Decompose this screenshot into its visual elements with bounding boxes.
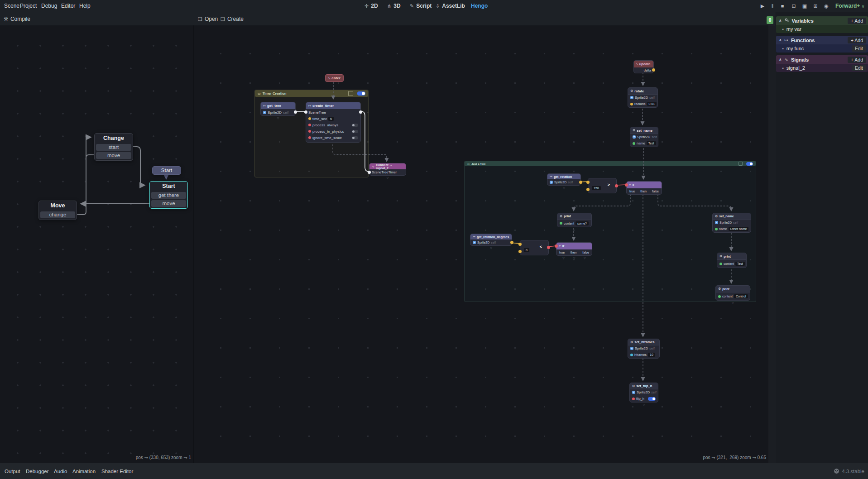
workspace-script[interactable]: ✎Script — [410, 0, 432, 12]
state-machine-canvas[interactable]: Change start move Start Start get there … — [0, 25, 193, 463]
edit-signal-button[interactable]: Edit — [852, 65, 866, 71]
bool-toggle[interactable] — [352, 124, 358, 127]
value-field[interactable]: Other name — [729, 227, 749, 231]
expand-icon[interactable]: ▽ — [643, 403, 645, 406]
bool-toggle[interactable] — [352, 136, 358, 139]
value-field[interactable]: 0 — [524, 248, 529, 252]
signal-item[interactable]: ▪ signal_2 Edit — [776, 64, 868, 72]
play-scene-button[interactable]: ▣ — [801, 0, 809, 12]
bool-pin[interactable] — [308, 124, 311, 126]
node-get-rotation[interactable]: ↦ get_rotation Sprite2D self ▽ — [547, 173, 581, 186]
add-signal-button[interactable]: + Add — [848, 57, 866, 63]
float-pin[interactable] — [308, 117, 311, 120]
output-pin[interactable] — [359, 110, 362, 114]
node-if-1[interactable]: Y IF true then false — [626, 181, 662, 195]
add-variable-button[interactable]: + Add — [848, 18, 866, 24]
branch-true-pin[interactable]: true — [559, 251, 565, 254]
function-item[interactable]: ▪ my func Edit — [776, 44, 868, 53]
workspace-assetlib[interactable]: ⇩AssetLib — [436, 0, 465, 12]
collapse-icon[interactable]: ∧ — [779, 38, 782, 42]
output-pin[interactable] — [547, 246, 550, 249]
node-update[interactable]: ϟ update delta — [633, 60, 654, 73]
tab-audio[interactable]: Audio — [54, 463, 67, 479]
output-pin[interactable] — [615, 184, 618, 187]
float-pin[interactable] — [630, 103, 633, 105]
collapse-icon[interactable]: ∧ — [779, 19, 782, 23]
expand-icon[interactable]: ▽ — [490, 246, 492, 249]
input-pin[interactable] — [625, 183, 628, 187]
value-field[interactable]: Test — [647, 141, 656, 145]
play-custom-scene-button[interactable]: ⊞ — [811, 0, 820, 12]
state-event-row[interactable]: move — [151, 200, 186, 207]
value-field[interactable]: Control — [734, 294, 748, 298]
collapse-icon[interactable]: ∧ — [779, 57, 782, 62]
input-pin[interactable] — [586, 181, 590, 184]
edit-function-button[interactable]: Edit — [852, 45, 866, 52]
play-button[interactable]: ▶ — [759, 0, 766, 12]
string-pin[interactable] — [718, 295, 721, 298]
expand-icon[interactable]: ▽ — [277, 116, 279, 120]
value-field[interactable]: 150 — [592, 186, 601, 190]
tab-debugger[interactable]: Debugger — [26, 463, 49, 479]
signals-header[interactable]: ∧ ∿ Signals + Add — [776, 55, 868, 64]
node-create-timer[interactable]: ↦ create_timer SceneTree time_sec 5 proc… — [306, 102, 361, 143]
remote-debug-button[interactable]: ⊡ — [790, 0, 798, 12]
menu-help[interactable]: Help — [75, 0, 95, 12]
node-set-name-2[interactable]: ⚙ set_name Sprite2D self name Other name — [712, 213, 751, 233]
string-pin[interactable] — [633, 142, 635, 145]
value-field[interactable]: some? — [575, 221, 589, 225]
tab-animation[interactable]: Animation — [72, 463, 96, 479]
node-set-name[interactable]: ⚙ set_name Sprite2D self name Test — [630, 127, 658, 147]
workspace-3d[interactable]: ⋔3D — [387, 0, 401, 12]
add-function-button[interactable]: + Add — [848, 37, 866, 43]
open-button[interactable]: ❏Open — [198, 12, 218, 26]
node-print-3[interactable]: ⚙ print content Control ▽ — [715, 285, 750, 301]
output-pin[interactable] — [294, 110, 297, 114]
branch-then-pin[interactable]: then — [640, 190, 647, 193]
state-node-change[interactable]: Change start move — [94, 133, 133, 161]
string-pin[interactable] — [560, 222, 562, 225]
int-pin[interactable] — [630, 354, 633, 356]
tab-shader-editor[interactable]: Shader Editor — [101, 463, 133, 479]
input-pin[interactable] — [518, 250, 522, 253]
bool-toggle[interactable] — [352, 130, 358, 133]
branch-false-pin[interactable]: false — [582, 251, 589, 254]
input-pin[interactable] — [368, 171, 371, 174]
expand-icon[interactable]: ▽ — [584, 256, 586, 259]
expand-icon[interactable]: ▽ — [573, 256, 575, 259]
create-button[interactable]: ❏Create — [221, 12, 244, 26]
input-pin[interactable] — [586, 188, 590, 191]
node-greater-than[interactable]: 150 > — [588, 178, 617, 193]
workspace-2d[interactable]: ✛2D — [364, 0, 378, 12]
node-get-tree[interactable]: ↦ get_tree Sprite2D self ▽ — [260, 102, 296, 116]
tab-output[interactable]: Output — [5, 463, 20, 479]
graph-canvas[interactable]: ▭ Timer Creation ▭ Just a Test — [194, 25, 768, 463]
expand-icon[interactable]: ▽ — [563, 186, 565, 189]
node-print-1[interactable]: ⚙ print content some? — [557, 213, 592, 227]
node-set-flip-h[interactable]: ⚙ set_flip_h Sprite2D self flip_h ▽ — [629, 383, 658, 402]
bool-pin[interactable] — [308, 130, 311, 133]
string-pin[interactable] — [719, 263, 722, 265]
value-field[interactable]: 10 — [648, 353, 655, 357]
state-node-move[interactable]: Move change — [38, 201, 77, 220]
state-event-row[interactable]: move — [96, 152, 131, 159]
branch-false-pin[interactable]: false — [652, 190, 659, 193]
expand-icon[interactable]: ▽ — [732, 301, 734, 304]
node-less-than[interactable]: 0 < — [520, 240, 549, 255]
node-if-2[interactable]: Y IF true then false ▽ ▽ ▽ — [556, 242, 592, 256]
branch-true-pin[interactable]: true — [629, 190, 635, 193]
node-set-hframes[interactable]: ⚙ set_hframes Sprite2D self hframes 10 — [628, 339, 660, 359]
state-event-row[interactable]: change — [40, 211, 75, 218]
movie-maker-button[interactable]: ◉ — [822, 0, 830, 12]
state-event-row[interactable]: start — [96, 144, 131, 151]
node-rotate[interactable]: ⚙ rotate Sprite2D self radians 0.01 — [628, 87, 658, 108]
stop-button[interactable]: ■ — [779, 0, 786, 12]
output-pin[interactable] — [579, 181, 582, 184]
output-pin[interactable] — [510, 241, 513, 244]
variable-item[interactable]: ▪ my var — [776, 25, 868, 33]
value-field[interactable]: 0.01 — [647, 102, 657, 106]
state-node-start[interactable]: Start get there move — [149, 181, 188, 209]
expand-icon[interactable]: ▽ — [562, 256, 565, 259]
input-pin[interactable] — [518, 243, 522, 246]
functions-header[interactable]: ∧ ↦ Functions + Add — [776, 36, 868, 44]
